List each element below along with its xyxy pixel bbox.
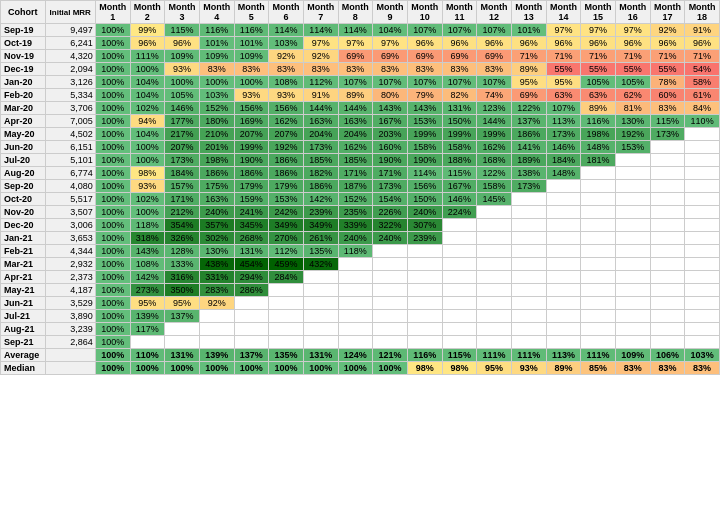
retention-cell-2: 93% (130, 180, 165, 193)
table-row: Oct-205,517100%102%171%163%159%153%142%1… (1, 193, 720, 206)
retention-cell-10: 239% (407, 232, 442, 245)
table-row: Aug-206,774100%98%184%186%186%186%182%17… (1, 167, 720, 180)
retention-cell-13: 141% (511, 141, 546, 154)
retention-cell-2: 273% (130, 284, 165, 297)
retention-cell-9: 203% (373, 128, 408, 141)
retention-cell-15: 96% (581, 37, 616, 50)
retention-cell-3: 173% (165, 154, 200, 167)
retention-cell-11: 69% (442, 50, 477, 63)
retention-cell-14: 95% (546, 76, 581, 89)
cohort-label: Jan-21 (1, 232, 46, 245)
retention-cell-1: 100% (95, 193, 130, 206)
retention-cell-2: 139% (130, 310, 165, 323)
table-row: Jun-206,151100%100%207%201%199%192%173%1… (1, 141, 720, 154)
retention-cell-9: 80% (373, 89, 408, 102)
retention-cell-12 (477, 336, 512, 349)
month-header-2: Month2 (130, 1, 165, 24)
retention-cell-6: 156% (269, 102, 304, 115)
retention-cell-5: 186% (234, 167, 269, 180)
retention-cell-9: 107% (373, 76, 408, 89)
retention-cell-13: 173% (511, 180, 546, 193)
retention-cell-4: 152% (199, 102, 234, 115)
table-row: Median100%100%100%100%100%100%100%100%10… (1, 362, 720, 375)
retention-cell-2: 96% (130, 37, 165, 50)
retention-cell-11: 167% (442, 180, 477, 193)
retention-cell-13 (511, 336, 546, 349)
retention-cell-18 (685, 219, 720, 232)
retention-cell-15 (581, 258, 616, 271)
month-header-15: Month15 (581, 1, 616, 24)
retention-cell-11: 199% (442, 128, 477, 141)
retention-cell-5: 286% (234, 284, 269, 297)
retention-cell-10: 158% (407, 141, 442, 154)
retention-cell-11 (442, 232, 477, 245)
retention-cell-11 (442, 284, 477, 297)
retention-cell-18 (685, 141, 720, 154)
retention-cell-6 (269, 336, 304, 349)
retention-cell-2: 98% (130, 167, 165, 180)
retention-cell-15: 148% (581, 141, 616, 154)
retention-cell-13 (511, 193, 546, 206)
retention-cell-6: 459% (269, 258, 304, 271)
retention-cell-8: 240% (338, 232, 373, 245)
retention-cell-13: 138% (511, 167, 546, 180)
retention-cell-13 (511, 219, 546, 232)
retention-cell-4: 163% (199, 193, 234, 206)
retention-cell-14: 96% (546, 37, 581, 50)
retention-cell-9: 171% (373, 167, 408, 180)
initial-mrr-value: 3,126 (45, 76, 95, 89)
retention-cell-17: 96% (650, 37, 685, 50)
retention-cell-10: 150% (407, 193, 442, 206)
retention-cell-7: 261% (303, 232, 338, 245)
retention-cell-15 (581, 206, 616, 219)
retention-cell-13 (511, 323, 546, 336)
retention-cell-11: 98% (442, 362, 477, 375)
retention-cell-13: 137% (511, 115, 546, 128)
retention-cell-6: 153% (269, 193, 304, 206)
retention-cell-3: 177% (165, 115, 200, 128)
retention-cell-1: 100% (95, 63, 130, 76)
retention-cell-8: 83% (338, 63, 373, 76)
table-row: Jan-203,126100%104%100%100%100%108%112%1… (1, 76, 720, 89)
retention-cell-18: 58% (685, 76, 720, 89)
retention-cell-16 (615, 271, 650, 284)
table-row: Jul-205,101100%100%173%198%190%186%185%1… (1, 154, 720, 167)
retention-cell-17 (650, 336, 685, 349)
cohort-label: Apr-21 (1, 271, 46, 284)
retention-cell-16 (615, 245, 650, 258)
retention-cell-3: 207% (165, 141, 200, 154)
retention-cell-18 (685, 167, 720, 180)
retention-cell-4: 109% (199, 50, 234, 63)
retention-cell-8: 162% (338, 141, 373, 154)
retention-cell-16 (615, 206, 650, 219)
retention-cell-15: 198% (581, 128, 616, 141)
retention-cell-8: 152% (338, 193, 373, 206)
retention-cell-17 (650, 271, 685, 284)
initial-mrr-value: 9,497 (45, 24, 95, 37)
retention-cell-7: 186% (303, 180, 338, 193)
retention-cell-7: 144% (303, 102, 338, 115)
retention-cell-7: 131% (303, 349, 338, 362)
retention-cell-17 (650, 180, 685, 193)
cohort-label: Jun-20 (1, 141, 46, 154)
retention-cell-18 (685, 258, 720, 271)
initial-mrr-value: 5,101 (45, 154, 95, 167)
retention-cell-12 (477, 323, 512, 336)
retention-cell-16: 55% (615, 63, 650, 76)
retention-cell-8: 187% (338, 180, 373, 193)
retention-cell-8: 339% (338, 219, 373, 232)
retention-cell-3: 93% (165, 63, 200, 76)
retention-cell-3: 326% (165, 232, 200, 245)
retention-cell-18: 96% (685, 37, 720, 50)
retention-cell-18 (685, 232, 720, 245)
retention-cell-5: 207% (234, 128, 269, 141)
retention-cell-8: 204% (338, 128, 373, 141)
retention-cell-10: 79% (407, 89, 442, 102)
month-header-7: Month7 (303, 1, 338, 24)
retention-cell-10 (407, 297, 442, 310)
retention-cell-2: 100% (130, 154, 165, 167)
initial-mrr-value: 3,529 (45, 297, 95, 310)
retention-cell-13: 186% (511, 128, 546, 141)
retention-cell-18: 71% (685, 50, 720, 63)
retention-cell-7 (303, 323, 338, 336)
